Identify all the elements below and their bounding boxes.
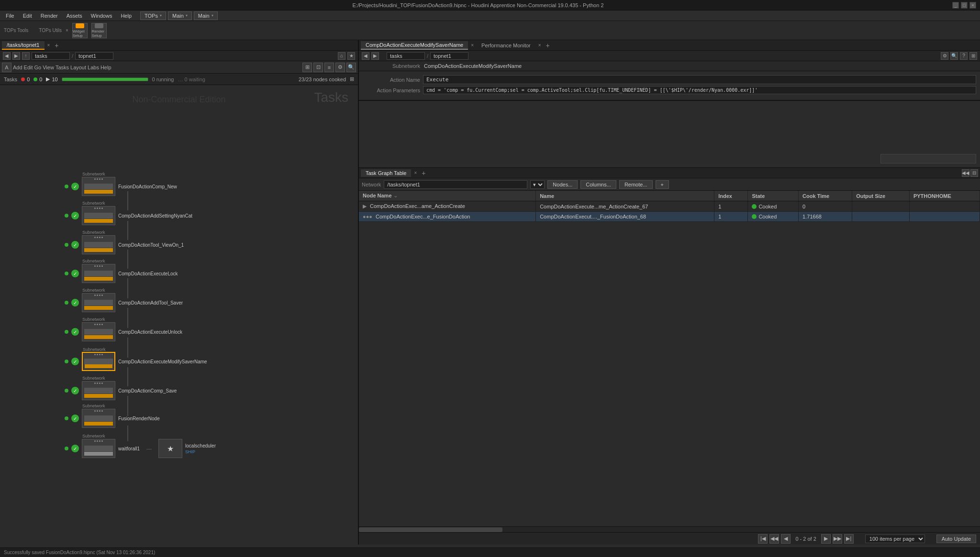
menu-assets[interactable]: Assets — [63, 12, 86, 20]
tg-tab-close[interactable]: × — [412, 170, 419, 175]
node-box-5[interactable]: Subnetwork — [82, 293, 115, 312]
node-addtool-saver[interactable]: ✓ Subnetwork CompDoActionAddTool_Saver — [65, 293, 183, 312]
tg-add-tab[interactable]: + — [420, 169, 427, 177]
menu-windows[interactable]: Windows — [87, 12, 116, 20]
pg-last-btn[interactable]: ▶| — [844, 534, 854, 544]
breadcrumb-bookmark[interactable]: ★ — [347, 52, 355, 60]
node-fusion-render[interactable]: ✓ Subnetwork FusionRenderNode — [65, 409, 160, 428]
col-output-size[interactable]: Output Size — [852, 191, 910, 201]
add-tab-button-right[interactable]: + — [544, 42, 552, 49]
right-nav-help[interactable]: ? — [960, 52, 968, 60]
tg-network-path[interactable] — [384, 180, 527, 189]
node-box-1[interactable]: Subnetwork — [82, 177, 115, 196]
tab-close-modify-saver[interactable]: × — [469, 43, 476, 48]
action-params-value[interactable]: cmd = 'comp = fu.CurrentComp;sel = comp.… — [423, 86, 976, 94]
pg-next-btn[interactable]: ▶ — [821, 534, 831, 544]
tg-tab-icon2[interactable]: ⊟ — [970, 169, 978, 177]
tg-scrollbar[interactable] — [359, 526, 980, 532]
table-row[interactable]: ●●● CompDoActionExec...e_FusionDoAction … — [359, 212, 980, 222]
tg-scrollbar-thumb[interactable] — [359, 527, 502, 532]
close-button[interactable]: × — [969, 2, 976, 9]
right-nav-search[interactable]: 🔍 — [950, 52, 958, 60]
pg-items-select[interactable]: 100 items per page — [865, 535, 925, 543]
tg-nodes-btn[interactable]: Nodes... — [547, 180, 578, 189]
node-execute-unlock[interactable]: ✓ Subnetwork CompDoActionExecuteUnlock — [65, 322, 182, 341]
network-canvas[interactable]: Non-Commercial Edition Tasks ✓ — [0, 85, 358, 545]
grid-icon[interactable]: ⊞ — [350, 76, 354, 82]
auto-update-btn[interactable]: Auto Update — [936, 535, 976, 543]
net-tree-btn[interactable]: ≡ — [324, 63, 334, 72]
widget-setup-button[interactable]: Widget Setup — [72, 23, 88, 38]
col-state[interactable]: State — [748, 191, 799, 201]
right-nav-grid[interactable]: ⊞ — [969, 52, 977, 60]
breadcrumb-topnet1[interactable]: topnet1 — [75, 52, 113, 60]
tg-columns-btn[interactable]: Columns... — [580, 180, 616, 189]
col-name[interactable]: Name — [536, 191, 714, 201]
node-comp-save[interactable]: ✓ Subnetwork CompDoActionComp_Save — [65, 381, 177, 400]
pg-first-btn[interactable]: |◀ — [758, 534, 768, 544]
scheduler-box2[interactable]: ★ — [158, 439, 182, 458]
node-box-2[interactable]: Subnetwork — [82, 206, 115, 225]
main-dropdown[interactable]: Main ▾ — [168, 11, 192, 20]
render-setup-button[interactable]: Render Setup — [91, 23, 107, 38]
node-box-7[interactable]: Subnetwork — [82, 352, 115, 371]
node-box-6[interactable]: Subnetwork — [82, 322, 115, 341]
maximize-button[interactable]: □ — [961, 2, 968, 9]
right-nav-topnet1[interactable]: topnet1 — [430, 52, 468, 60]
main-dropdown2[interactable]: Main ▾ — [194, 11, 218, 20]
node-box-3[interactable]: Subnetwork — [82, 235, 115, 254]
breadcrumb-tasks[interactable]: tasks — [32, 52, 70, 60]
net-snap-btn[interactable]: ⊞ — [302, 63, 312, 72]
node-fusioncomp-new[interactable]: ✓ Subnetwork FusionDoActionComp_New — [65, 177, 177, 196]
tops-utils-close[interactable]: × — [66, 28, 68, 33]
net-tool-go[interactable]: Go — [34, 65, 42, 70]
net-grid-btn[interactable]: ⚙ — [335, 63, 345, 72]
minimize-button[interactable]: _ — [952, 2, 959, 9]
net-tool-view[interactable]: View — [43, 65, 54, 70]
scheduler-box1[interactable]: Subnetwork — [82, 439, 115, 458]
node-modify-saver-name[interactable]: ✓ Subnetwork CompDoActionExecuteModifySa… — [65, 352, 207, 371]
net-tool-layout[interactable]: Layout — [70, 65, 86, 70]
tab-close-performance[interactable]: × — [536, 43, 543, 48]
col-pythonhome[interactable]: PYTHONHOME — [909, 191, 980, 201]
tab-close-topnet1[interactable]: × — [45, 43, 52, 48]
menu-render[interactable]: Render — [37, 12, 62, 20]
table-row[interactable]: ▶ CompDoActionExec...ame_ActionCreate Co… — [359, 201, 980, 212]
menu-help[interactable]: Help — [117, 12, 135, 20]
net-tool-tasks[interactable]: Tasks — [56, 65, 69, 70]
node-box-9[interactable]: Subnetwork — [82, 409, 115, 428]
tops-dropdown[interactable]: TOPs ▾ — [140, 11, 166, 20]
tg-remote-btn[interactable]: Remote... — [619, 180, 653, 189]
tg-tab-icon1[interactable]: ◀◀ — [962, 169, 969, 177]
add-tab-button-left[interactable]: + — [53, 42, 60, 49]
net-tool-help[interactable]: Help — [100, 65, 111, 70]
action-name-value[interactable]: Execute — [423, 75, 976, 84]
net-tool-add[interactable]: Add — [13, 65, 22, 70]
breadcrumb-back[interactable]: ◀ — [3, 52, 11, 60]
right-nav-tasks[interactable]: tasks — [387, 52, 425, 60]
node-addset-nyancat[interactable]: ✓ Subnetwork CompDoActionAddSettingNyanC… — [65, 206, 192, 225]
right-nav-gear[interactable]: ⚙ — [941, 52, 948, 60]
tg-path-dropdown[interactable]: ▾ — [530, 180, 545, 189]
net-frame-btn[interactable]: ⊡ — [313, 63, 323, 72]
tab-performance[interactable]: Performance Monitor — [477, 42, 535, 49]
node-execute-lock[interactable]: ✓ Subnetwork CompDoActionExecuteLock — [65, 264, 178, 283]
col-index[interactable]: Index — [714, 191, 748, 201]
tab-modify-saver[interactable]: CompDoActionExecuteModifySaverName — [361, 41, 468, 50]
breadcrumb-up[interactable]: ↑ — [22, 52, 30, 60]
menu-edit[interactable]: Edit — [19, 12, 36, 20]
pg-prev-btn[interactable]: ◀ — [781, 534, 791, 544]
right-nav-back[interactable]: ◀ — [362, 52, 369, 60]
col-node-name[interactable]: Node Name ⌄ — [359, 191, 536, 201]
pg-next-many-btn[interactable]: ▶▶ — [833, 534, 842, 544]
pg-prev-many-btn[interactable]: ◀◀ — [769, 534, 779, 544]
node-box-4[interactable]: Subnetwork — [82, 264, 115, 283]
net-tool-edit[interactable]: Edit — [24, 65, 33, 70]
right-nav-forward[interactable]: ▶ — [371, 52, 379, 60]
tab-topnet1[interactable]: /tasks/topnet1 — [2, 41, 45, 50]
breadcrumb-home[interactable]: ⌂ — [338, 52, 345, 60]
net-tool-labs[interactable]: Labs — [88, 65, 99, 70]
net-add-btn[interactable]: A — [2, 63, 11, 72]
tg-tab-table[interactable]: Task Graph Table — [361, 169, 411, 177]
breadcrumb-forward[interactable]: ▶ — [12, 52, 20, 60]
